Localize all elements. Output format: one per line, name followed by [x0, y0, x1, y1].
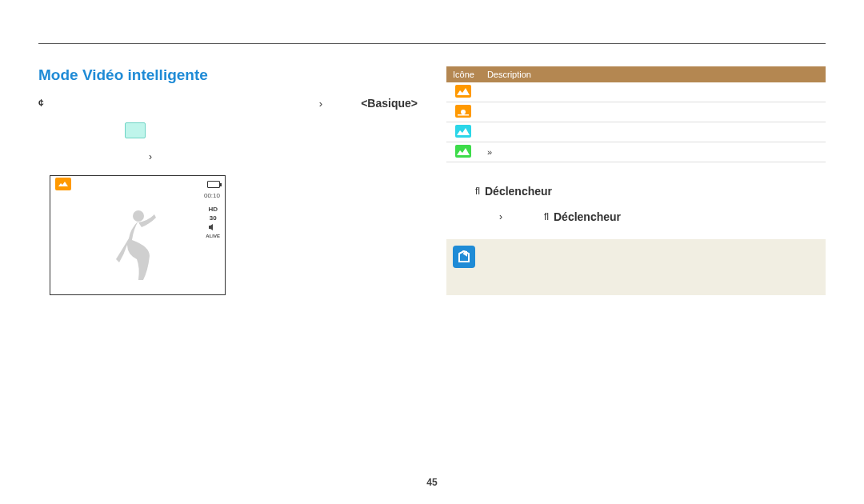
figure-skater-silhouette	[110, 206, 166, 286]
description-cell	[481, 122, 826, 142]
table-row	[446, 102, 826, 122]
battery-icon	[207, 181, 220, 188]
step-2-arrow: ›	[38, 151, 418, 162]
icon-description-table: Icône Description	[446, 66, 826, 162]
description-cell: »	[481, 142, 826, 162]
landscape-mode-icon	[55, 178, 71, 190]
table-header-row: Icône Description	[446, 66, 826, 82]
top-rule	[38, 43, 826, 44]
sunset-icon	[455, 105, 471, 118]
svg-point-1	[461, 110, 466, 114]
viewfinder-preview: 00:10 HD 30 ALIVE	[50, 175, 226, 295]
landscape-icon	[455, 85, 471, 98]
arrow-icon: ›	[499, 211, 502, 222]
header-icon: Icône	[446, 66, 481, 82]
section-title: Mode Vidéo intelligente	[38, 66, 418, 84]
shutter-label-2: Déclencheur	[554, 210, 621, 223]
note-callout	[446, 239, 826, 295]
header-description: Description	[481, 66, 826, 82]
step-2	[38, 122, 418, 138]
description-cell	[481, 102, 826, 122]
viewfinder-topbar	[50, 176, 225, 192]
shutter-label: Déclencheur	[485, 185, 552, 198]
table-row: »	[446, 142, 826, 162]
forest-icon	[455, 145, 471, 158]
svg-point-0	[133, 210, 144, 222]
table-row	[446, 82, 826, 102]
viewfinder-canvas	[50, 192, 225, 294]
sky-icon	[455, 125, 471, 138]
two-column-layout: Mode Vidéo intelligente ¢ › <Basique> ›	[38, 66, 826, 302]
manual-page: Mode Vidéo intelligente ¢ › <Basique> ›	[0, 0, 864, 504]
arrow-icon: ›	[149, 151, 152, 162]
step-prefix: ﬂ	[475, 186, 480, 197]
basic-label: <Basique>	[361, 97, 418, 110]
step-prefix: ﬂ	[544, 211, 549, 222]
step-number: ¢	[38, 98, 53, 109]
table-row	[446, 122, 826, 142]
left-column: Mode Vidéo intelligente ¢ › <Basique> ›	[38, 66, 418, 302]
step-1: ¢ › <Basique>	[38, 97, 418, 110]
step-4: › ﬂ Déclencheur	[446, 210, 826, 223]
page-number: 45	[426, 477, 437, 488]
description-cell	[481, 82, 826, 102]
arrow-icon: ›	[319, 98, 322, 110]
svg-rect-2	[458, 114, 469, 116]
step-3: ﬂ Déclencheur	[446, 185, 826, 198]
right-column: Icône Description	[446, 66, 826, 302]
smart-video-mode-icon	[125, 122, 146, 138]
note-icon	[453, 246, 475, 268]
